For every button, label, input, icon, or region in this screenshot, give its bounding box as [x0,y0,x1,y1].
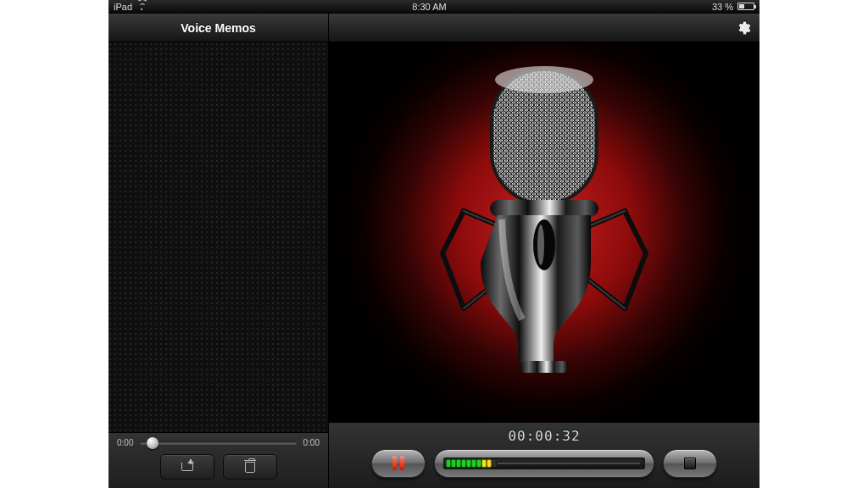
recording-controls: 00:00:32 [329,422,760,488]
pause-icon [392,457,404,470]
clock: 8:30 AM [412,2,446,12]
scrubber-track[interactable] [140,441,296,445]
pause-button[interactable] [371,449,426,478]
app-window: iPad 8:30 AM 33 % Voice Memos 0:00 0:00 [108,0,760,488]
main-header [329,14,760,42]
svg-rect-6 [520,361,568,373]
sidebar: Voice Memos 0:00 0:00 [108,14,329,488]
wifi-icon [136,3,147,10]
level-meter [434,449,654,478]
settings-button[interactable] [736,20,751,36]
elapsed-time: 0:00 [117,438,133,447]
trash-icon [245,462,255,473]
svg-point-2 [495,66,593,93]
sidebar-title: Voice Memos [108,14,328,42]
gear-icon [736,20,751,36]
share-icon [181,463,193,471]
stop-button[interactable] [663,449,717,478]
svg-rect-3 [490,200,598,217]
stop-icon [684,458,696,469]
microphone-icon [417,54,671,410]
battery-percent: 33 % [712,2,733,12]
remaining-time: 0:00 [303,438,320,447]
delete-button[interactable] [223,454,277,480]
share-button[interactable] [160,454,214,480]
memo-list[interactable] [108,42,328,432]
microphone-visual [329,42,760,422]
main-panel: 00:00:32 [329,14,760,488]
svg-point-5 [537,225,544,265]
status-bar: iPad 8:30 AM 33 % [108,0,760,14]
recording-timer: 00:00:32 [508,428,580,444]
scrubber-knob[interactable] [147,437,159,449]
battery-icon [737,3,754,10]
device-label: iPad [114,2,132,12]
playback-panel: 0:00 0:00 [108,432,328,488]
